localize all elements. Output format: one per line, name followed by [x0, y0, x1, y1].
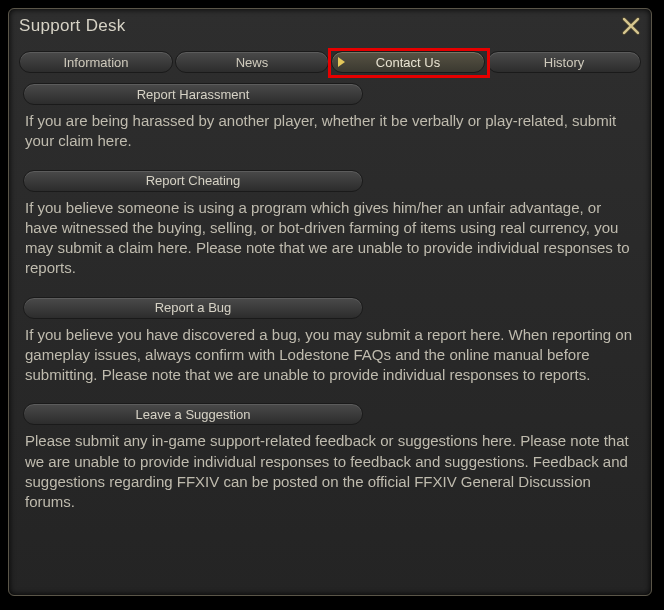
tab-label: History [544, 55, 584, 70]
section-title: Report Cheating [146, 173, 241, 188]
tab-history[interactable]: History [487, 51, 641, 73]
section-report-bug: Report a Bug If you believe you have dis… [23, 297, 637, 386]
section-title: Report Harassment [137, 87, 250, 102]
section-body: Please submit any in-game support-relate… [23, 431, 637, 512]
section-body: If you are being harassed by another pla… [23, 111, 637, 152]
tab-label: Contact Us [376, 55, 440, 70]
close-button[interactable] [621, 16, 641, 36]
section-report-cheating: Report Cheating If you believe someone i… [23, 170, 637, 279]
tab-label: Information [63, 55, 128, 70]
tab-contact-us[interactable]: Contact Us [331, 51, 485, 73]
leave-suggestion-button[interactable]: Leave a Suggestion [23, 403, 363, 425]
section-title: Report a Bug [155, 300, 232, 315]
close-icon [621, 16, 641, 36]
section-leave-suggestion: Leave a Suggestion Please submit any in-… [23, 403, 637, 512]
tab-news[interactable]: News [175, 51, 329, 73]
titlebar: Support Desk [9, 9, 651, 39]
tab-label: News [236, 55, 269, 70]
section-title: Leave a Suggestion [136, 407, 251, 422]
report-harassment-button[interactable]: Report Harassment [23, 83, 363, 105]
content-area: Report Harassment If you are being haras… [9, 79, 651, 595]
section-body: If you believe someone is using a progra… [23, 198, 637, 279]
section-body: If you believe you have discovered a bug… [23, 325, 637, 386]
tab-information[interactable]: Information [19, 51, 173, 73]
window-title: Support Desk [19, 16, 126, 36]
report-bug-button[interactable]: Report a Bug [23, 297, 363, 319]
report-cheating-button[interactable]: Report Cheating [23, 170, 363, 192]
tab-bar: Information News Contact Us History [9, 39, 651, 79]
support-desk-window: Support Desk Information News Contact Us… [8, 8, 652, 596]
section-report-harassment: Report Harassment If you are being haras… [23, 83, 637, 152]
